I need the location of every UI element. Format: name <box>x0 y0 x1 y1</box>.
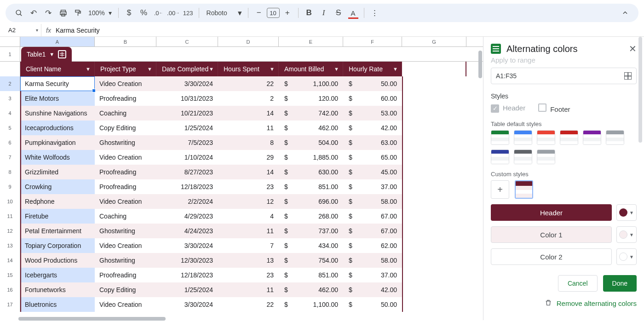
cell[interactable]: $696.00 <box>279 194 343 209</box>
column-header[interactable]: A <box>20 37 95 46</box>
cell[interactable]: Ghostwriting <box>95 135 156 150</box>
cell[interactable]: Video Creation <box>95 76 156 91</box>
cell[interactable]: $462.00 <box>279 121 343 135</box>
done-button[interactable]: Done <box>603 275 637 292</box>
cell[interactable]: $63.00 <box>343 135 402 150</box>
cell[interactable]: Grizzlimited <box>20 165 95 179</box>
table-header-cell[interactable]: Date Completed▼ <box>156 62 218 76</box>
row-header[interactable]: 9 <box>0 179 20 194</box>
cell[interactable]: $60.00 <box>343 91 402 106</box>
cell[interactable]: Icebergarts <box>20 268 95 282</box>
cell[interactable]: 14 <box>218 106 279 121</box>
cell[interactable]: 14 <box>218 165 279 179</box>
empty-cell[interactable] <box>402 297 466 312</box>
search-icon[interactable] <box>12 6 26 20</box>
empty-cell[interactable] <box>402 106 466 121</box>
empty-cell[interactable] <box>402 135 466 150</box>
column-header[interactable]: E <box>279 37 343 46</box>
cell[interactable]: $1,100.00 <box>279 297 343 312</box>
cell[interactable]: Proofreading <box>95 91 156 106</box>
row-header[interactable]: 15 <box>0 268 20 282</box>
cell[interactable]: $62.00 <box>343 238 402 253</box>
strikethrough-icon[interactable]: S <box>332 6 345 20</box>
cell[interactable]: $67.00 <box>343 224 402 238</box>
cell[interactable]: 29 <box>218 150 279 165</box>
style-swatch[interactable] <box>583 130 601 145</box>
cell[interactable]: Firetube <box>20 209 95 224</box>
cell[interactable]: $45.00 <box>343 165 402 179</box>
header-checkbox[interactable]: ✓Header <box>491 104 525 113</box>
row-header[interactable]: 7 <box>0 150 20 165</box>
cell[interactable]: 7/5/2023 <box>156 135 218 150</box>
cell[interactable]: $120.00 <box>279 91 343 106</box>
row-header[interactable]: 5 <box>0 121 20 135</box>
cell[interactable]: Copy Editing <box>95 282 156 297</box>
custom-style-swatch[interactable] <box>515 180 533 199</box>
close-icon[interactable]: ✕ <box>629 43 637 54</box>
currency-icon[interactable]: $ <box>122 6 136 20</box>
column-header[interactable]: B <box>95 37 156 46</box>
empty-cell[interactable] <box>402 194 466 209</box>
collapse-toolbar-icon[interactable] <box>618 6 632 20</box>
cell[interactable]: $268.00 <box>279 209 343 224</box>
cell[interactable]: 12/18/2023 <box>156 179 218 194</box>
table-header-cell[interactable]: Hourly Rate▼ <box>343 62 402 76</box>
cell[interactable]: $65.00 <box>343 150 402 165</box>
cell[interactable]: 4 <box>218 209 279 224</box>
cell[interactable]: Wood Productions <box>20 253 95 268</box>
cell[interactable]: $1,885.00 <box>279 150 343 165</box>
table-header-cell[interactable]: Client Name▼ <box>20 62 95 76</box>
row-header[interactable]: 3 <box>0 91 20 106</box>
empty-cell[interactable] <box>402 209 466 224</box>
cell[interactable]: 7 <box>218 238 279 253</box>
style-swatch[interactable] <box>491 130 509 145</box>
range-input[interactable]: A1:F35 <box>491 68 637 84</box>
redo-icon[interactable]: ↷ <box>41 6 55 20</box>
cell[interactable]: $462.00 <box>279 282 343 297</box>
cell[interactable]: 3/30/2024 <box>156 297 218 312</box>
style-swatch[interactable] <box>606 130 624 145</box>
paint-format-icon[interactable] <box>71 6 85 20</box>
cell[interactable]: Bluetronics <box>20 297 95 312</box>
empty-cell[interactable] <box>402 179 466 194</box>
cell[interactable]: Coaching <box>95 209 156 224</box>
cell[interactable]: Crowking <box>20 179 95 194</box>
cell[interactable]: 12 <box>218 194 279 209</box>
style-swatch[interactable] <box>514 130 532 145</box>
cell[interactable]: Fortunetworks <box>20 282 95 297</box>
row-header[interactable]: 6 <box>0 135 20 150</box>
cell[interactable]: $42.00 <box>343 282 402 297</box>
cell[interactable]: 12/30/2023 <box>156 253 218 268</box>
text-color-icon[interactable]: A <box>346 6 360 20</box>
header-color-picker[interactable]: ▼ <box>616 204 637 221</box>
horizontal-scrollbar[interactable] <box>6 316 478 321</box>
font-size-input[interactable]: 10 <box>267 8 280 18</box>
cell[interactable]: $851.00 <box>279 268 343 282</box>
cell[interactable]: 8 <box>218 135 279 150</box>
cell[interactable]: $37.00 <box>343 179 402 194</box>
print-icon[interactable] <box>56 6 70 20</box>
cell[interactable]: $50.00 <box>343 297 402 312</box>
cell[interactable]: 13 <box>218 253 279 268</box>
cell[interactable]: $504.00 <box>279 135 343 150</box>
empty-cell[interactable] <box>402 121 466 135</box>
empty-cell[interactable] <box>402 224 466 238</box>
cell[interactable]: $58.00 <box>343 194 402 209</box>
row-header[interactable]: 12 <box>0 224 20 238</box>
empty-cell[interactable] <box>402 253 466 268</box>
cell[interactable]: $53.00 <box>343 106 402 121</box>
style-swatch[interactable] <box>560 130 578 145</box>
cell[interactable]: Elite Motors <box>20 91 95 106</box>
row-header[interactable]: 10 <box>0 194 20 209</box>
cell[interactable]: Redphone <box>20 194 95 209</box>
empty-cell[interactable] <box>402 150 466 165</box>
column-header[interactable]: G <box>402 37 466 46</box>
cell[interactable]: 22 <box>218 297 279 312</box>
cell[interactable]: 11 <box>218 224 279 238</box>
table-header-cell[interactable]: Amount Billed▼ <box>279 62 343 76</box>
bold-icon[interactable]: B <box>302 6 316 20</box>
table-header-cell[interactable]: Project Type▼ <box>95 62 156 76</box>
cell[interactable]: 10/21/2023 <box>156 106 218 121</box>
row-header[interactable]: 1 <box>0 47 20 61</box>
cell[interactable]: $742.00 <box>279 106 343 121</box>
